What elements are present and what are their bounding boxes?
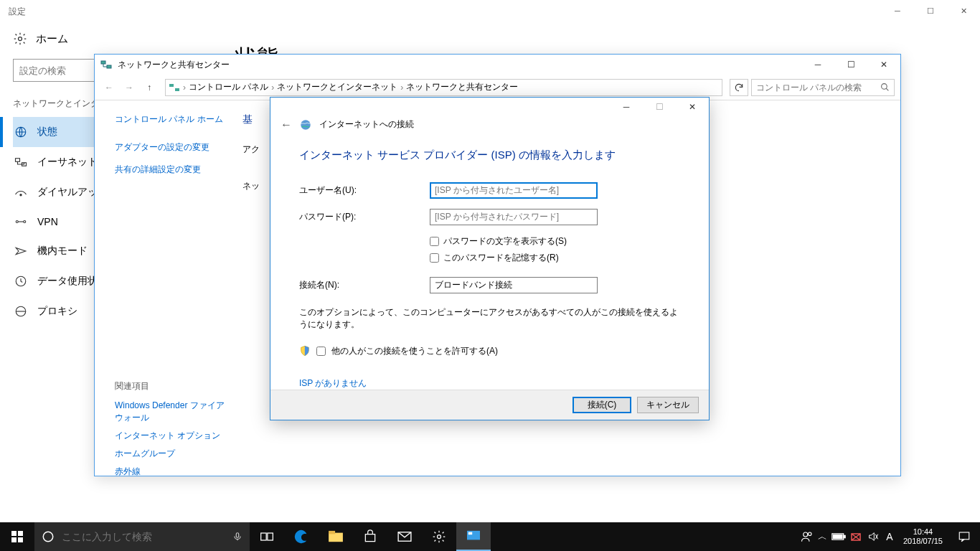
nav-proxy-label: プロキシ <box>37 305 77 318</box>
svg-rect-25 <box>268 533 273 540</box>
up-button[interactable]: ↑ <box>141 79 158 96</box>
task-view-icon[interactable] <box>250 522 284 551</box>
dialog-header: ← インターネットへの接続 <box>270 118 709 131</box>
close-button[interactable]: ✕ <box>947 0 980 22</box>
breadcrumb-network[interactable]: ネットワークとインターネット <box>277 81 397 93</box>
settings-titlebar: 設定 <box>0 0 980 23</box>
refresh-button[interactable] <box>730 79 748 96</box>
cortana-icon <box>42 530 55 543</box>
minimize-button[interactable]: ─ <box>881 0 914 22</box>
settings-icon[interactable] <box>422 522 456 551</box>
svg-point-15 <box>882 84 887 90</box>
allow-others-checkbox[interactable] <box>316 347 326 356</box>
inet-options-link[interactable]: インターネット オプション <box>115 430 230 442</box>
network-titlebar: ネットワークと共有センター ─ ☐ ✕ <box>95 55 900 75</box>
network-icon <box>100 59 118 70</box>
control-panel-icon[interactable] <box>456 522 491 551</box>
close-button[interactable]: ✕ <box>867 55 900 75</box>
network-tray-icon[interactable] <box>847 531 864 542</box>
action-center-icon[interactable] <box>948 530 980 543</box>
minimize-button[interactable]: ─ <box>801 55 834 75</box>
cp-search-box[interactable] <box>751 79 895 96</box>
dialog-title: インターネットへの接続 <box>319 118 414 131</box>
shield-icon <box>299 345 311 357</box>
connect-button[interactable]: 接続(C) <box>573 397 631 413</box>
svg-rect-18 <box>11 531 17 536</box>
defender-link[interactable]: Windows Defender ファイアウォール <box>115 400 230 424</box>
svg-point-7 <box>16 221 18 223</box>
ime-icon[interactable]: A <box>882 531 897 542</box>
svg-point-17 <box>301 120 311 130</box>
show-password-row: パスワードの文字を表示する(S) <box>430 235 680 248</box>
remember-password-checkbox[interactable] <box>430 253 439 263</box>
dialup-icon <box>14 187 27 197</box>
breadcrumb[interactable]: › コントロール パネル › ネットワークとインターネット › ネットワークと共… <box>165 79 722 96</box>
related-list: Windows Defender ファイアウォール インターネット オプション … <box>115 400 230 478</box>
svg-rect-36 <box>833 535 842 539</box>
chevron-right-icon: › <box>400 83 403 93</box>
back-arrow-icon[interactable]: ← <box>281 118 292 131</box>
svg-point-22 <box>43 532 53 542</box>
password-input[interactable] <box>430 209 598 225</box>
settings-home-row[interactable]: ホーム <box>13 23 235 55</box>
breadcrumb-sharing[interactable]: ネットワークと共有センター <box>406 81 518 93</box>
forward-button[interactable]: → <box>121 79 138 96</box>
svg-rect-19 <box>18 531 23 536</box>
data-icon <box>14 275 27 288</box>
taskbar-search[interactable] <box>34 522 250 551</box>
cancel-button[interactable]: キャンセル <box>637 397 699 413</box>
svg-point-0 <box>19 37 22 41</box>
connection-name-input[interactable] <box>430 277 598 293</box>
tray-chevron-icon[interactable]: ︿ <box>816 530 830 543</box>
minimize-button[interactable]: ─ <box>610 98 643 117</box>
svg-rect-26 <box>329 533 343 542</box>
username-input[interactable] <box>430 182 598 199</box>
mail-icon[interactable] <box>387 522 422 551</box>
isp-dialog: ─ ☐ ✕ ← インターネットへの接続 インターネット サービス プロバイダー … <box>270 97 710 420</box>
taskbar-search-input[interactable] <box>62 531 225 542</box>
maximize-button[interactable]: ☐ <box>643 98 676 117</box>
people-icon[interactable] <box>798 530 816 543</box>
homegroup-link[interactable]: ホームグループ <box>115 448 230 460</box>
svg-rect-35 <box>844 535 845 537</box>
svg-rect-20 <box>11 537 17 542</box>
close-button[interactable]: ✕ <box>676 98 709 117</box>
svg-rect-27 <box>329 531 335 534</box>
clock-time: 10:44 <box>903 527 943 537</box>
svg-rect-40 <box>959 532 969 540</box>
maximize-button[interactable]: ☐ <box>914 0 947 22</box>
show-password-checkbox[interactable] <box>430 237 439 246</box>
no-isp-link[interactable]: ISP がありません <box>299 377 367 390</box>
taskbar-clock[interactable]: 10:44 2018/07/15 <box>897 527 948 546</box>
maximize-button[interactable]: ☐ <box>834 55 867 75</box>
status-icon <box>14 126 27 138</box>
svg-point-29 <box>438 535 441 539</box>
volume-icon[interactable] <box>864 531 882 542</box>
edge-icon[interactable] <box>284 522 319 551</box>
infrared-link[interactable]: 赤外線 <box>115 466 230 478</box>
explorer-icon[interactable] <box>319 522 353 551</box>
option-note: このオプションによって、このコンピューターにアクセスがあるすべての人がこの接続を… <box>299 306 680 331</box>
connection-name-label: 接続名(N): <box>299 279 430 291</box>
gear-icon <box>13 32 27 46</box>
store-icon[interactable] <box>353 522 387 551</box>
proxy-icon <box>14 305 27 318</box>
cp-home-link[interactable]: コントロール パネル ホーム <box>115 113 230 126</box>
password-label: パスワード(P): <box>299 211 430 223</box>
cp-search-input[interactable] <box>756 83 880 93</box>
settings-home-label: ホーム <box>36 32 68 46</box>
back-button[interactable]: ← <box>100 79 118 96</box>
network-sidebar: コントロール パネル ホーム アダプターの設定の変更 共有の詳細設定の変更 関連… <box>95 100 238 476</box>
start-button[interactable] <box>0 522 34 551</box>
battery-icon[interactable] <box>830 532 847 541</box>
breadcrumb-cp[interactable]: コントロール パネル <box>189 81 268 93</box>
nav-airplane-label: 機内モード <box>37 245 88 258</box>
mic-icon[interactable] <box>232 530 242 543</box>
adapter-settings-link[interactable]: アダプターの設定の変更 <box>115 141 230 154</box>
username-label: ユーザー名(U): <box>299 184 430 197</box>
svg-point-6 <box>20 194 22 196</box>
remember-password-row: このパスワードを記憶する(R) <box>430 252 680 264</box>
sharing-settings-link[interactable]: 共有の詳細設定の変更 <box>115 164 230 176</box>
nav-data-label: データ使用状 <box>37 275 98 288</box>
taskbar-pinned <box>250 522 491 551</box>
